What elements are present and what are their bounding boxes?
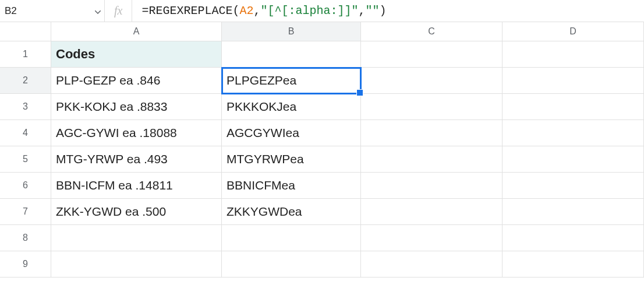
formula-eq: =: [141, 4, 148, 17]
fx-icon: fx: [114, 4, 122, 17]
formula-input[interactable]: =REGEXREPLACE(A2,"[^[:alpha:]]", ""): [132, 0, 644, 22]
table-row: 7 ZKK-YGWD ea .500 ZKKYGWDea: [0, 199, 644, 225]
col-header-A[interactable]: A: [51, 22, 222, 41]
cell-A7[interactable]: ZKK-YGWD ea .500: [51, 199, 222, 225]
table-row: 8: [0, 225, 644, 251]
chevron-down-icon: [95, 5, 101, 17]
row-header-3[interactable]: 3: [0, 94, 51, 120]
cell-D3[interactable]: [503, 94, 644, 120]
cell-B5[interactable]: MTGYRWPea: [222, 146, 361, 173]
cell-B6[interactable]: BBNICFMea: [222, 173, 361, 199]
row-header-7[interactable]: 7: [0, 199, 51, 225]
cell-B4[interactable]: AGCGYWIea: [222, 120, 361, 146]
cell-A9[interactable]: [51, 251, 222, 278]
table-row: 1 Codes: [0, 41, 644, 68]
cell-D5[interactable]: [503, 146, 644, 173]
table-row: 4 AGC-GYWI ea .18088 AGCGYWIea: [0, 120, 644, 146]
cell-B8[interactable]: [222, 225, 361, 251]
row-header-5[interactable]: 5: [0, 146, 51, 173]
fx-section: fx: [105, 0, 132, 22]
formula-str1: "[^[:alpha:]]": [261, 4, 359, 17]
table-row: 9: [0, 251, 644, 278]
cell-D2[interactable]: [503, 68, 644, 94]
cell-D1[interactable]: [503, 41, 644, 68]
cell-D9[interactable]: [503, 251, 644, 278]
cell-D4[interactable]: [503, 120, 644, 146]
cell-C6[interactable]: [361, 173, 503, 199]
cell-C5[interactable]: [361, 146, 503, 173]
cell-D6[interactable]: [503, 173, 644, 199]
col-header-C[interactable]: C: [361, 22, 503, 41]
cell-B7[interactable]: ZKKYGWDea: [222, 199, 361, 225]
row-header-6[interactable]: 6: [0, 173, 51, 199]
cell-B3[interactable]: PKKKOKJea: [222, 94, 361, 120]
cell-B1[interactable]: [222, 41, 361, 68]
cell-A6[interactable]: BBN-ICFM ea .14811: [51, 173, 222, 199]
table-row: 3 PKK-KOKJ ea .8833 PKKKOKJea: [0, 94, 644, 120]
cell-C3[interactable]: [361, 94, 503, 120]
col-header-B[interactable]: B: [222, 22, 361, 41]
cell-C8[interactable]: [361, 225, 503, 251]
table-row: 2 PLP-GEZP ea .846 PLPGEZPea: [0, 68, 644, 94]
cell-C2[interactable]: [361, 68, 503, 94]
row-header-9[interactable]: 9: [0, 251, 51, 278]
cell-A8[interactable]: [51, 225, 222, 251]
cell-C1[interactable]: [361, 41, 503, 68]
formula-close: ): [380, 4, 387, 17]
cell-C7[interactable]: [361, 199, 503, 225]
cell-A2[interactable]: PLP-GEZP ea .846: [51, 68, 222, 94]
col-header-D[interactable]: D: [503, 22, 644, 41]
formula-sep2: ,: [359, 4, 366, 17]
row-header-4[interactable]: 4: [0, 120, 51, 146]
cell-A3[interactable]: PKK-KOKJ ea .8833: [51, 94, 222, 120]
formula-open: (: [232, 4, 239, 17]
row-header-8[interactable]: 8: [0, 225, 51, 251]
name-box[interactable]: B2: [0, 0, 52, 22]
cell-A1[interactable]: Codes: [51, 41, 222, 68]
cell-C9[interactable]: [361, 251, 503, 278]
formula-sep1: ,: [254, 4, 261, 17]
cell-A5[interactable]: MTG-YRWP ea .493: [51, 146, 222, 173]
cell-B9[interactable]: [222, 251, 361, 278]
cell-D7[interactable]: [503, 199, 644, 225]
table-row: 5 MTG-YRWP ea .493 MTGYRWPea: [0, 146, 644, 173]
name-box-dropdown[interactable]: [52, 0, 105, 22]
cell-D8[interactable]: [503, 225, 644, 251]
cell-C4[interactable]: [361, 120, 503, 146]
formula-bar: B2 fx =REGEXREPLACE(A2,"[^[:alpha:]]", "…: [0, 0, 644, 22]
formula-str2: "": [366, 4, 380, 17]
select-all-corner[interactable]: [0, 22, 51, 41]
table-row: 6 BBN-ICFM ea .14811 BBNICFMea: [0, 173, 644, 199]
spreadsheet-grid: A B C D 1 Codes 2 PLP-GEZP ea .846 PLPGE…: [0, 22, 644, 278]
row-header-2[interactable]: 2: [0, 68, 51, 94]
row-header-1[interactable]: 1: [0, 41, 51, 68]
cell-A4[interactable]: AGC-GYWI ea .18088: [51, 120, 222, 146]
formula-ref: A2: [240, 4, 254, 17]
cell-B2[interactable]: PLPGEZPea: [222, 68, 361, 94]
column-headers: A B C D: [0, 22, 644, 41]
formula-fn: REGEXREPLACE: [148, 4, 232, 17]
